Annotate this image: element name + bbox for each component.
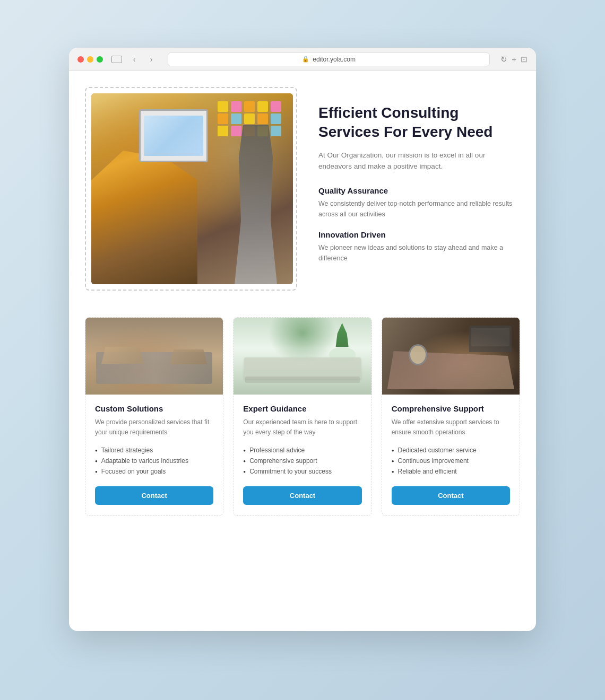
- list-item: Continuous improvement: [392, 456, 510, 466]
- hero-image-container: [85, 87, 297, 291]
- close-dot[interactable]: [77, 56, 84, 63]
- card-expert-guidance: Expert Guidance Our experienced team is …: [233, 317, 371, 516]
- add-tab-icon[interactable]: +: [512, 55, 516, 64]
- feature-quality-desc: We consistently deliver top-notch perfor…: [318, 198, 520, 220]
- card-3-list: Dedicated customer service Continuous im…: [392, 445, 510, 477]
- address-bar[interactable]: 🔒 editor.yola.com: [168, 52, 490, 66]
- card-watch-image: [382, 318, 520, 395]
- reload-icon[interactable]: ↻: [500, 55, 507, 64]
- cards-section: Custom Solutions We provide personalized…: [85, 317, 520, 516]
- url-text: editor.yola.com: [313, 56, 356, 63]
- card-1-desc: We provide personalized services that fi…: [95, 417, 213, 438]
- traffic-lights: [77, 56, 103, 63]
- card-2-title: Expert Guidance: [243, 404, 361, 413]
- hero-image: [91, 93, 293, 284]
- list-item: Tailored strategies: [95, 445, 213, 456]
- list-item: Focused on your goals: [95, 466, 213, 477]
- page-content: Efficient ConsultingServices For Every N…: [69, 71, 536, 537]
- contact-button-2[interactable]: Contact: [243, 486, 361, 505]
- card-2-body: Expert Guidance Our experienced team is …: [234, 395, 371, 515]
- tab-icon: [111, 56, 122, 63]
- list-item: Adaptable to various industries: [95, 456, 213, 466]
- forward-button[interactable]: ›: [145, 54, 157, 65]
- list-item: Commitment to your success: [243, 466, 361, 477]
- hero-subtitle: At Our Organization, our mission is to e…: [318, 150, 520, 172]
- card-3-title: Comprehensive Support: [392, 404, 510, 413]
- browser-actions: ↻ + ⊡: [500, 55, 528, 64]
- feature-quality-title: Quality Assurance: [318, 186, 520, 195]
- menu-icon[interactable]: ⊡: [521, 55, 528, 64]
- list-item: Comprehensive support: [243, 456, 361, 466]
- contact-button-1[interactable]: Contact: [95, 486, 213, 505]
- browser-window: ‹ › 🔒 editor.yola.com ↻ + ⊡: [69, 48, 536, 631]
- card-1-list: Tailored strategies Adaptable to various…: [95, 445, 213, 477]
- hero-title: Efficient ConsultingServices For Every N…: [318, 103, 520, 142]
- maximize-dot[interactable]: [97, 56, 103, 63]
- card-1-title: Custom Solutions: [95, 404, 213, 413]
- lock-icon: 🔒: [302, 56, 309, 63]
- feature-innovation-desc: We pioneer new ideas and solutions to st…: [318, 242, 520, 264]
- contact-button-3[interactable]: Contact: [392, 486, 510, 505]
- card-3-body: Comprehensive Support We offer extensive…: [382, 395, 520, 515]
- back-button[interactable]: ‹: [128, 54, 140, 65]
- browser-toolbar: ‹ › 🔒 editor.yola.com ↻ + ⊡: [69, 48, 536, 71]
- card-custom-solutions: Custom Solutions We provide personalized…: [85, 317, 223, 516]
- card-1-body: Custom Solutions We provide personalized…: [85, 395, 223, 515]
- list-item: Professional advice: [243, 445, 361, 456]
- hero-section: Efficient ConsultingServices For Every N…: [85, 87, 520, 291]
- list-item: Dedicated customer service: [392, 445, 510, 456]
- feature-quality: Quality Assurance We consistently delive…: [318, 186, 520, 220]
- minimize-dot[interactable]: [87, 56, 93, 63]
- card-2-list: Professional advice Comprehensive suppor…: [243, 445, 361, 477]
- card-comprehensive-support: Comprehensive Support We offer extensive…: [382, 317, 520, 516]
- feature-innovation: Innovation Driven We pioneer new ideas a…: [318, 230, 520, 264]
- hero-dashed-box: [85, 87, 297, 291]
- card-3-desc: We offer extensive support services to e…: [392, 417, 510, 438]
- card-desk-image: [234, 318, 371, 395]
- hero-text: Efficient ConsultingServices For Every N…: [318, 103, 520, 274]
- card-2-desc: Our experienced team is here to support …: [243, 417, 361, 438]
- feature-innovation-title: Innovation Driven: [318, 230, 520, 239]
- card-typing-image: [85, 318, 223, 395]
- list-item: Reliable and efficient: [392, 466, 510, 477]
